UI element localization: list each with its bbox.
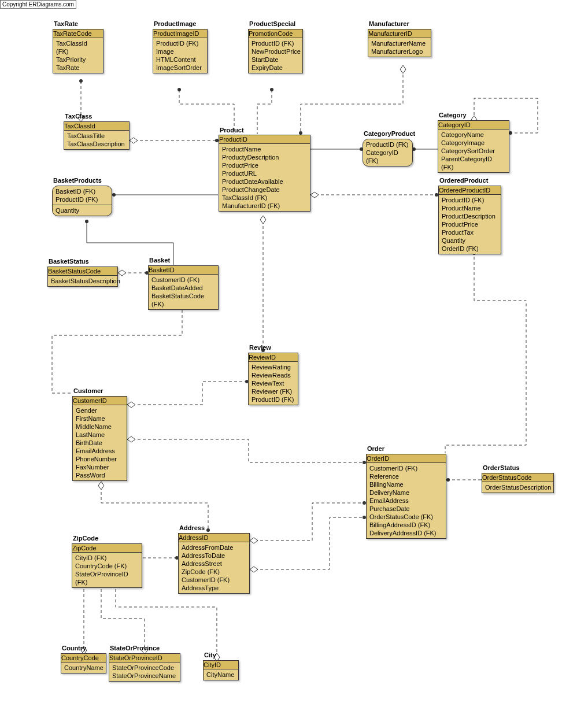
attr: CustomerID (FK): [151, 276, 215, 284]
attr: CategoryID (FK): [366, 149, 409, 165]
entity-Basket: BasketID CustomerID (FK) BasketDateAdded…: [148, 265, 219, 310]
attr: ProductID (FK): [156, 39, 204, 47]
entity-Customer: CustomerID Gender FirstName MiddleName L…: [72, 396, 127, 481]
attr: PurchaseDate: [369, 505, 443, 513]
attr: AddressFromDate: [182, 543, 246, 552]
attr: ManufacturerID (FK): [222, 202, 307, 210]
entity-Country: CountryCode CountryName: [61, 653, 106, 673]
attr: OrderStatusCode (FK): [369, 513, 443, 521]
attr: CityID (FK): [75, 554, 139, 562]
attr: StateOrProvinceName: [112, 672, 177, 680]
svg-point-0: [79, 79, 83, 83]
attr: TaxRate: [56, 64, 100, 72]
attr: TaxClassId (FK): [222, 194, 307, 202]
pk: StateOrProvinceID: [109, 654, 180, 663]
attr: FaxNumber: [76, 463, 124, 471]
entity-ProductImage: ProductImageID ProductID (FK) Image HTML…: [153, 29, 208, 73]
pk: BasketID: [149, 266, 218, 275]
pk: OrderID: [367, 454, 446, 463]
svg-point-2: [177, 88, 181, 91]
attr: BasketStatusCode (FK): [151, 292, 215, 308]
svg-marker-33: [250, 567, 258, 572]
pk-TaxRate: TaxRateCode: [53, 29, 103, 38]
attr: ProductChangeDate: [222, 186, 307, 194]
attr: ProductDateAvailable: [222, 177, 307, 186]
entity-title-ZipCode: ZipCode: [73, 535, 98, 542]
attr: ProductPrice: [222, 161, 307, 169]
entity-title-StateOrProvince: StateOrProvince: [110, 645, 160, 652]
attr: AddressType: [182, 584, 246, 592]
attr: HTMLContent: [156, 55, 204, 64]
entity-CategoryProduct: ProductID (FK) CategoryID (FK): [363, 139, 413, 166]
entity-title-Order: Order: [367, 445, 384, 452]
pk: PromotionCode: [249, 29, 302, 38]
attr: EmailAddress: [76, 447, 124, 455]
attr: CategoryImage: [441, 139, 506, 147]
attr: CountryName: [64, 664, 103, 672]
pk: TaxClassId: [64, 122, 129, 131]
entity-title-TaxRate: TaxRate: [54, 20, 78, 27]
attr: ManufacturerName: [371, 39, 428, 47]
attr: BasketStatusDescription: [51, 277, 114, 285]
entity-title-ProductImage: ProductImage: [154, 20, 196, 27]
attr: ProductPrice: [442, 220, 498, 228]
entity-title-ProductSpecial: ProductSpecial: [249, 20, 295, 27]
attr: TaxPriority: [56, 55, 100, 64]
attr: ReviewReads: [252, 371, 295, 379]
attr: PassWord: [76, 471, 124, 479]
entity-title-TaxClass: TaxClass: [65, 113, 93, 120]
attr: ImageSortOrder: [156, 64, 204, 72]
entity-TaxClass: TaxClassId TaxClassTitle TaxClassDescrip…: [64, 121, 130, 150]
attr: EmailAddress: [369, 497, 443, 505]
pk: ProductImageID: [153, 29, 207, 38]
entity-TaxRate: TaxRateCode TaxClassId (FK) TaxPriority …: [53, 29, 103, 73]
entity-Review: ReviewID ReviewRating ReviewReads Review…: [248, 353, 298, 405]
attr: ExpiryDate: [252, 64, 299, 72]
attr: ProductID (FK): [442, 196, 498, 204]
pk: AddressID: [179, 534, 249, 542]
attr: PhoneNumber: [76, 455, 124, 463]
attr: ManufacturerLogo: [371, 47, 428, 55]
svg-marker-16: [118, 270, 126, 276]
attr: MiddleName: [76, 423, 124, 431]
attr: CustomerID (FK): [369, 464, 443, 472]
entity-Address: AddressID AddressFromDate AddressToDate …: [178, 533, 250, 594]
attr: ProductTax: [442, 228, 498, 236]
entity-title-Category: Category: [439, 112, 467, 119]
attr: DeliveryAddressID (FK): [369, 529, 443, 537]
entity-title-Customer: Customer: [73, 387, 103, 394]
svg-marker-24: [127, 436, 135, 442]
attr: Quantity: [56, 206, 109, 214]
entity-title-Product: Product: [220, 127, 244, 134]
er-diagram-canvas: Copyright ERDiagrams.com TaxRate Product…: [0, 0, 588, 718]
entity-ProductSpecial: PromotionCode ProductID (FK) NewProductP…: [248, 29, 303, 73]
attr: ProductURL: [222, 169, 307, 177]
entity-Manufacturer: ManufacturerID ManufacturerName Manufact…: [368, 29, 431, 57]
entity-City: CityID CityName: [203, 660, 239, 680]
entity-title-OrderedProduct: OrderedProduct: [439, 177, 488, 184]
attr: CityName: [206, 671, 235, 679]
svg-marker-4: [400, 65, 406, 73]
svg-point-27: [446, 478, 450, 482]
attr: ProductName: [222, 145, 307, 153]
entity-StateOrProvince: StateOrProvinceID StateOrProvinceCode St…: [109, 653, 180, 682]
entity-title-Country: Country: [62, 645, 86, 652]
entity-title-BasketStatus: BasketStatus: [49, 258, 89, 265]
entity-Category: CategoryID CategoryName CategoryImage Ca…: [438, 120, 509, 173]
attr: ProductyDescription: [222, 153, 307, 161]
attr: AddressToDate: [182, 552, 246, 560]
pk: ReviewID: [249, 353, 298, 362]
attr: StateOrProvinceID (FK): [75, 570, 139, 586]
entity-title-OrderStatus: OrderStatus: [483, 464, 520, 471]
svg-marker-20: [260, 216, 266, 224]
pk: BasketStatusCode: [48, 267, 117, 276]
copyright-label: Copyright ERDiagrams.com: [0, 0, 76, 9]
pk: OrderStatusCode: [482, 473, 553, 482]
entity-BasketProducts: BasketID (FK) ProductID (FK) Quantity: [52, 186, 112, 216]
pk: ManufacturerID: [368, 29, 431, 38]
svg-point-3: [270, 88, 273, 91]
svg-marker-29: [98, 482, 104, 490]
pk: ProductID: [219, 135, 310, 144]
svg-marker-14: [310, 192, 319, 198]
pk: CategoryID: [438, 121, 509, 129]
